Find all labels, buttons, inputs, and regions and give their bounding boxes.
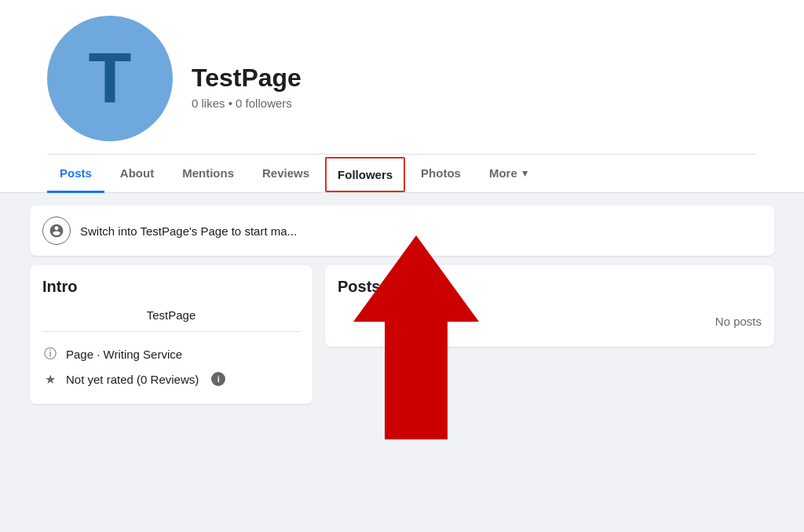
intro-card: Intro TestPage ⓘ Page · Writing Service … xyxy=(30,265,312,404)
intro-category-item: ⓘ Page · Writing Service xyxy=(42,341,300,366)
profile-nav: Posts About Mentions Reviews Followers P… xyxy=(47,154,757,192)
avatar: T xyxy=(47,16,173,141)
switch-text: Switch into TestPage's Page to start ma.… xyxy=(80,224,297,238)
tab-mentions[interactable]: Mentions xyxy=(170,155,247,193)
tab-followers[interactable]: Followers xyxy=(325,157,405,192)
intro-category: Page · Writing Service xyxy=(66,348,182,361)
switch-notice[interactable]: Switch into TestPage's Page to start ma.… xyxy=(30,206,774,256)
avatar-letter: T xyxy=(89,43,132,114)
tab-reviews[interactable]: Reviews xyxy=(250,155,322,193)
page-name: TestPage xyxy=(192,63,302,93)
chevron-down-icon: ▼ xyxy=(521,168,530,179)
intro-page-name: TestPage xyxy=(42,308,300,332)
intro-rating-item: ★ Not yet rated (0 Reviews) i xyxy=(42,366,300,392)
posts-card: Posts No posts xyxy=(325,265,774,347)
page-meta: 0 likes • 0 followers xyxy=(192,97,302,110)
posts-title: Posts xyxy=(338,278,762,296)
info-icon: ⓘ xyxy=(42,346,58,362)
tab-posts[interactable]: Posts xyxy=(47,155,104,193)
switch-page-icon xyxy=(42,217,71,245)
profile-header: T TestPage 0 likes • 0 followers Posts A… xyxy=(0,0,804,193)
content-grid: Intro TestPage ⓘ Page · Writing Service … xyxy=(30,265,774,404)
tab-more[interactable]: More ▼ xyxy=(477,155,543,193)
no-posts-text: No posts xyxy=(338,308,762,334)
profile-info: T TestPage 0 likes • 0 followers xyxy=(47,16,757,154)
main-content: Switch into TestPage's Page to start ma.… xyxy=(17,206,787,404)
user-circle-icon xyxy=(49,223,64,239)
tab-photos[interactable]: Photos xyxy=(408,155,473,193)
intro-title: Intro xyxy=(42,278,300,296)
profile-details: TestPage 0 likes • 0 followers xyxy=(192,47,302,109)
star-icon: ★ xyxy=(42,371,58,387)
rating-info-icon[interactable]: i xyxy=(211,372,225,386)
intro-rating: Not yet rated (0 Reviews) xyxy=(66,373,199,386)
tab-about[interactable]: About xyxy=(108,155,166,193)
